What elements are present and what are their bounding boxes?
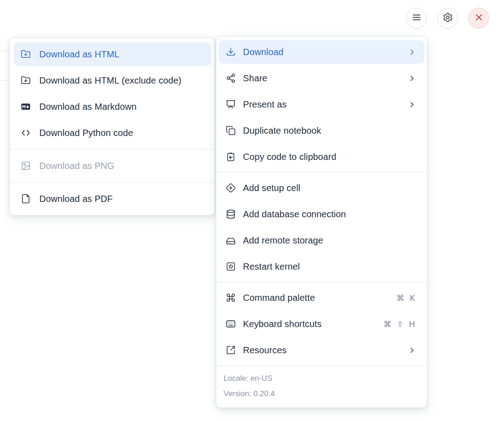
file-icon bbox=[21, 194, 31, 204]
menu-item-keyboard-shortcuts[interactable]: Keyboard shortcuts ⌘ ⇧ H bbox=[219, 312, 425, 336]
version-text: Version: 0.20.4 bbox=[224, 386, 420, 402]
image-icon bbox=[21, 161, 31, 171]
menu-item-download-as-pdf[interactable]: Download as PDF bbox=[14, 187, 211, 210]
menu-item-add-database-connection[interactable]: Add database connection bbox=[219, 202, 425, 226]
menu-item-label: Download as HTML (exclude code) bbox=[39, 75, 203, 86]
download-submenu: Download as HTML Download as HTML (exclu… bbox=[9, 37, 215, 215]
submenu-section-png: Download as PNG bbox=[10, 150, 215, 182]
folder-down-icon bbox=[21, 75, 31, 85]
menu-item-download-python-code[interactable]: Download Python code bbox=[14, 121, 211, 145]
menu-item-label: Duplicate notebook bbox=[243, 126, 416, 136]
menu-footer: Locale: en-US Version: 0.20.4 bbox=[216, 366, 427, 407]
menu-item-label: Add remote storage bbox=[243, 235, 416, 246]
shortcut-hint: ⌘ K bbox=[396, 293, 416, 303]
command-icon bbox=[226, 293, 236, 303]
menu-item-label: Copy code to clipboard bbox=[243, 152, 416, 162]
menu-item-label: Download bbox=[243, 47, 408, 57]
chevron-right-icon bbox=[408, 74, 416, 83]
background-hairline bbox=[0, 80, 9, 81]
menu-item-label: Present as bbox=[243, 99, 408, 110]
menu-item-command-palette[interactable]: Command palette ⌘ K bbox=[219, 286, 425, 309]
hamburger-icon bbox=[411, 12, 422, 24]
menu-item-label: Add database connection bbox=[243, 209, 416, 220]
clipboard-arrow-icon bbox=[226, 152, 236, 162]
menu-section-notebook-actions: Add setup cell Add database connection A… bbox=[216, 173, 427, 282]
menu-item-resources[interactable]: Resources bbox=[219, 338, 425, 362]
menu-item-download-as-html-exclude-code[interactable]: Download as HTML (exclude code) bbox=[14, 69, 211, 92]
download-icon bbox=[226, 47, 236, 57]
menu-item-label: Keyboard shortcuts bbox=[243, 319, 383, 329]
submenu-section-export: Download as HTML Download as HTML (exclu… bbox=[10, 38, 215, 149]
chevron-right-icon bbox=[408, 100, 416, 109]
folder-down-icon bbox=[21, 49, 31, 59]
menu-item-label: Download Python code bbox=[39, 128, 203, 138]
menu-item-label: Add setup cell bbox=[243, 183, 416, 193]
markdown-icon bbox=[21, 102, 31, 112]
locale-text: Locale: en-US bbox=[224, 371, 420, 386]
menu-item-label: Share bbox=[243, 73, 408, 84]
menu-item-label: Download as PDF bbox=[39, 194, 203, 204]
menu-item-duplicate-notebook[interactable]: Duplicate notebook bbox=[219, 119, 425, 142]
menu-item-download[interactable]: Download bbox=[219, 40, 425, 64]
menu-item-label: Command palette bbox=[243, 293, 396, 303]
settings-button[interactable] bbox=[437, 8, 458, 28]
power-icon bbox=[226, 262, 236, 271]
menu-item-download-as-markdown[interactable]: Download as Markdown bbox=[14, 95, 211, 118]
menu-item-download-as-png: Download as PNG bbox=[14, 154, 211, 178]
background-hairline bbox=[0, 51, 9, 51]
copy-icon bbox=[226, 126, 236, 136]
menu-item-share[interactable]: Share bbox=[219, 66, 425, 90]
menu-item-copy-code-to-clipboard[interactable]: Copy code to clipboard bbox=[219, 145, 425, 168]
code-icon bbox=[21, 128, 31, 138]
chevron-right-icon bbox=[408, 48, 416, 56]
external-link-icon bbox=[226, 345, 236, 355]
shortcut-hint: ⌘ ⇧ H bbox=[383, 319, 416, 329]
submenu-section-pdf: Download as PDF bbox=[10, 182, 215, 215]
menu-section-help: Command palette ⌘ K Keyboard shortcuts ⌘… bbox=[216, 282, 427, 365]
menu-item-present-as[interactable]: Present as bbox=[219, 93, 425, 116]
close-button[interactable] bbox=[468, 8, 489, 28]
menu-item-add-remote-storage[interactable]: Add remote storage bbox=[219, 229, 425, 252]
menu-button[interactable] bbox=[406, 8, 427, 28]
menu-item-download-as-html[interactable]: Download as HTML bbox=[14, 42, 211, 66]
menu-item-label: Download as PNG bbox=[39, 161, 203, 171]
menu-item-label: Resources bbox=[243, 345, 408, 356]
hard-drive-icon bbox=[226, 235, 236, 245]
menu-item-label: Download as Markdown bbox=[39, 102, 203, 112]
diamond-plus-icon bbox=[226, 183, 236, 193]
menu-item-restart-kernel[interactable]: Restart kernel bbox=[219, 255, 425, 278]
database-icon bbox=[226, 209, 236, 219]
main-menu: Download Share Present as bbox=[216, 36, 427, 408]
close-icon bbox=[474, 12, 484, 24]
menu-item-label: Download as HTML bbox=[39, 49, 203, 60]
presentation-icon bbox=[226, 99, 236, 109]
menu-item-label: Restart kernel bbox=[243, 262, 416, 272]
chevron-right-icon bbox=[408, 346, 416, 355]
share-icon bbox=[226, 73, 236, 83]
keyboard-icon bbox=[226, 319, 236, 329]
menu-section-share-export: Download Share Present as bbox=[216, 37, 427, 172]
gear-icon bbox=[443, 12, 453, 24]
menu-item-add-setup-cell[interactable]: Add setup cell bbox=[219, 176, 425, 200]
window-controls bbox=[406, 8, 489, 28]
